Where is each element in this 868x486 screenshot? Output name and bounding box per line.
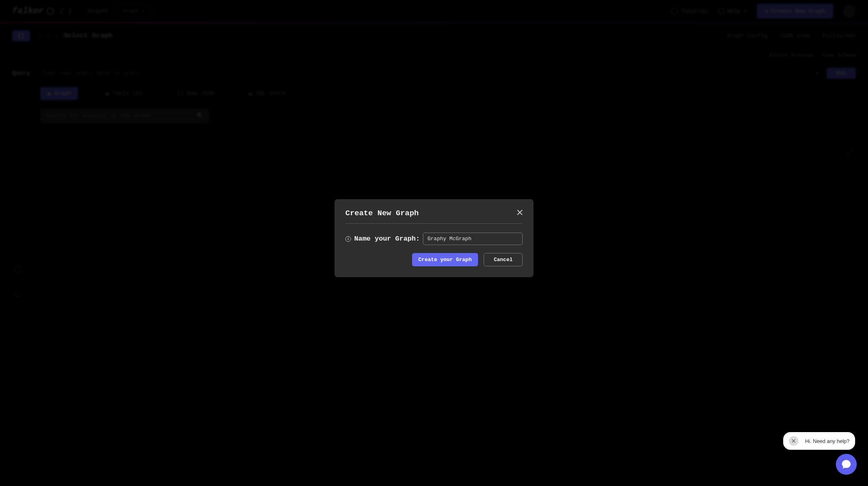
graph-name-label: Name your Graph:: [354, 235, 420, 243]
modal-footer: Create your Graph Cancel: [345, 253, 523, 266]
modal-overlay: Create New Graph i Name your Graph: Crea…: [0, 0, 868, 486]
chat-launcher-button[interactable]: [836, 454, 857, 475]
modal-body: i Name your Graph:: [345, 224, 523, 245]
cancel-button[interactable]: Cancel: [484, 253, 523, 266]
create-graph-modal: Create New Graph i Name your Graph: Crea…: [334, 199, 534, 277]
graph-name-input[interactable]: [423, 233, 523, 245]
chat-tooltip: Hi. Need any help?: [783, 432, 855, 450]
chat-icon: [841, 459, 852, 470]
modal-header: Create New Graph: [345, 209, 523, 224]
modal-close-button[interactable]: [517, 210, 523, 217]
close-icon: [517, 210, 523, 215]
info-icon[interactable]: i: [345, 236, 351, 242]
create-your-graph-button[interactable]: Create your Graph: [412, 253, 478, 266]
close-icon: [792, 439, 796, 443]
chat-tooltip-close[interactable]: [789, 436, 798, 446]
modal-title: Create New Graph: [345, 209, 419, 218]
chat-tooltip-text: Hi. Need any help?: [805, 438, 850, 444]
